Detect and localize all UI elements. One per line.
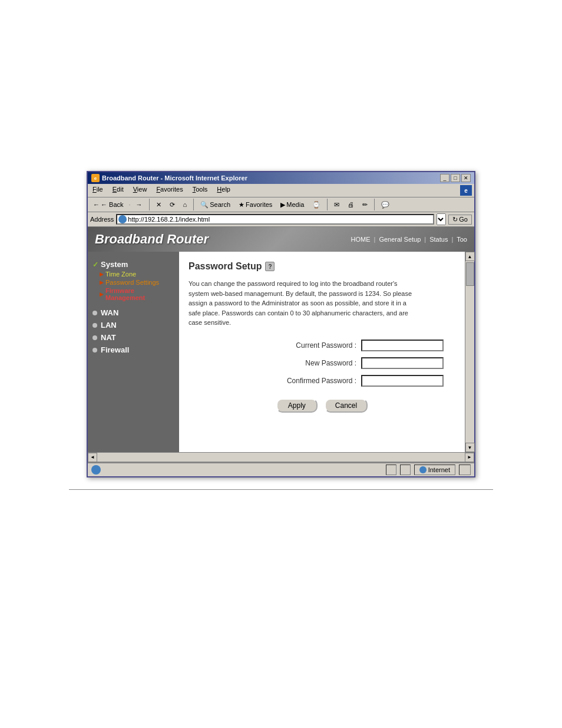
favorites-button[interactable]: ★ Favorites bbox=[236, 199, 275, 210]
sidebar-wan-label: WAN bbox=[101, 308, 118, 317]
current-password-input[interactable] bbox=[361, 340, 444, 351]
status-internet-panel: Internet bbox=[414, 465, 455, 475]
toolbar-sep-1 bbox=[149, 199, 150, 210]
scrollbar[interactable]: ▲ ▼ bbox=[465, 252, 474, 452]
menu-file[interactable]: File bbox=[90, 185, 105, 196]
password-form: Current Password : New Password : Confir… bbox=[189, 340, 455, 387]
system-checkmark-icon: ✓ bbox=[92, 261, 98, 269]
nav-home[interactable]: HOME bbox=[351, 236, 371, 243]
router-page: Broadband Router HOME | General Setup | … bbox=[88, 227, 474, 463]
button-row: Apply Cancel bbox=[189, 398, 455, 413]
new-password-label: New Password : bbox=[280, 359, 356, 367]
status-panel-3 bbox=[459, 465, 471, 475]
go-button[interactable]: ↻ Go bbox=[448, 215, 472, 225]
favorites-icon: ★ bbox=[239, 201, 244, 209]
minimize-button[interactable]: _ bbox=[440, 174, 449, 182]
timezone-arrow-icon: ▶ bbox=[100, 271, 104, 277]
menu-edit[interactable]: Edit bbox=[110, 185, 126, 196]
history-button[interactable]: ⌚ bbox=[309, 199, 323, 210]
discuss-button[interactable]: 💬 bbox=[378, 199, 392, 210]
toolbar-sep-3 bbox=[327, 199, 328, 210]
sidebar-item-system[interactable]: ✓ System bbox=[92, 259, 174, 270]
internet-globe-icon bbox=[419, 466, 427, 473]
current-password-label: Current Password : bbox=[280, 341, 356, 350]
stop-button[interactable]: ✕ bbox=[153, 199, 164, 210]
status-panel-2 bbox=[400, 465, 411, 475]
media-label: Media bbox=[286, 201, 304, 208]
description-text: You can change the password required to … bbox=[189, 279, 412, 328]
nat-bullet-icon bbox=[92, 335, 97, 340]
mail-button[interactable]: ✉ bbox=[331, 199, 342, 210]
print-button[interactable]: 🖨 bbox=[345, 199, 357, 210]
scroll-horizontal-track bbox=[97, 453, 465, 462]
title-bar-buttons: _ □ ✕ bbox=[440, 174, 471, 182]
nav-status[interactable]: Status bbox=[429, 236, 448, 243]
menu-favorites[interactable]: Favorites bbox=[154, 185, 185, 196]
nav-tools[interactable]: Too bbox=[457, 236, 467, 243]
password-arrow-icon: ▶ bbox=[100, 279, 104, 285]
scroll-right-arrow[interactable]: ► bbox=[465, 453, 474, 462]
scroll-down-arrow[interactable]: ▼ bbox=[465, 443, 475, 452]
sidebar-firewall-label: Firewall bbox=[101, 345, 129, 354]
media-icon: ▶ bbox=[280, 201, 285, 209]
sidebar-item-password[interactable]: ▶ Password Settings bbox=[92, 278, 174, 286]
go-label: Go bbox=[459, 216, 468, 223]
search-icon: 🔍 bbox=[200, 201, 209, 209]
forward-button[interactable]: → bbox=[133, 199, 146, 210]
confirmed-password-input[interactable] bbox=[361, 375, 444, 387]
scroll-up-arrow[interactable]: ▲ bbox=[465, 252, 475, 261]
menu-tools[interactable]: Tools bbox=[190, 185, 210, 196]
status-left bbox=[91, 465, 101, 475]
address-label: Address bbox=[90, 216, 114, 223]
router-brand: Broadband Router bbox=[95, 232, 209, 247]
cancel-button[interactable]: Cancel bbox=[325, 398, 368, 413]
help-icon[interactable]: ? bbox=[265, 262, 275, 271]
sidebar-item-nat[interactable]: NAT bbox=[92, 331, 174, 344]
ie-toolbar-icon: e bbox=[460, 185, 472, 196]
media-button[interactable]: ▶ Media bbox=[277, 199, 307, 210]
home-button[interactable]: ⌂ bbox=[180, 199, 190, 210]
back-label: ← Back bbox=[101, 201, 124, 208]
internet-label: Internet bbox=[428, 466, 450, 473]
sidebar-timezone-label: Time Zone bbox=[105, 271, 136, 278]
sidebar-system-label: System bbox=[101, 260, 128, 269]
router-nav: HOME | General Setup | Status | Too bbox=[351, 236, 467, 243]
search-button[interactable]: 🔍 Search bbox=[197, 199, 233, 210]
address-dropdown[interactable] bbox=[437, 213, 446, 225]
window-title: Broadband Router - Microsoft Internet Ex… bbox=[102, 174, 247, 182]
scroll-left-arrow[interactable]: ◄ bbox=[88, 453, 97, 462]
sidebar-item-wan[interactable]: WAN bbox=[92, 307, 174, 319]
toolbar-sep-2 bbox=[193, 199, 194, 210]
page-title-text: Password Setup bbox=[189, 261, 262, 272]
edit-button[interactable]: ✏ bbox=[359, 199, 371, 210]
current-password-row: Current Password : bbox=[189, 340, 455, 351]
menu-help[interactable]: Help bbox=[214, 185, 233, 196]
toolbar-separator-1: · bbox=[129, 201, 131, 208]
scroll-thumb[interactable] bbox=[466, 262, 474, 286]
sidebar-item-firewall[interactable]: Firewall bbox=[92, 344, 174, 356]
favorites-label: Favorites bbox=[246, 201, 272, 208]
nav-general-setup[interactable]: General Setup bbox=[379, 236, 421, 243]
nav-sep-1: | bbox=[374, 236, 376, 243]
sidebar-firmware-label: Firmware Management bbox=[105, 287, 174, 301]
status-right: Internet bbox=[386, 465, 471, 475]
browser-window: e Broadband Router - Microsoft Internet … bbox=[87, 171, 475, 477]
toolbar: ← ← Back · → ✕ ⟳ ⌂ 🔍 Search ★ Favorites … bbox=[88, 197, 474, 212]
sidebar-item-firmware[interactable]: ▶ Firmware Management bbox=[92, 286, 174, 302]
nav-sep-3: | bbox=[451, 236, 453, 243]
address-field[interactable] bbox=[128, 216, 432, 223]
new-password-row: New Password : bbox=[189, 357, 455, 369]
new-password-input[interactable] bbox=[361, 357, 444, 369]
back-button[interactable]: ← ← Back bbox=[90, 199, 127, 210]
menu-view[interactable]: View bbox=[131, 185, 150, 196]
maximize-button[interactable]: □ bbox=[451, 174, 460, 182]
sidebar-item-timezone[interactable]: ▶ Time Zone bbox=[92, 270, 174, 278]
sidebar-nat-label: NAT bbox=[101, 333, 116, 342]
sidebar-system-section: ✓ System ▶ Time Zone ▶ Password Settings… bbox=[92, 259, 174, 302]
router-header: Broadband Router HOME | General Setup | … bbox=[88, 227, 474, 252]
refresh-button[interactable]: ⟳ bbox=[167, 199, 178, 210]
close-button[interactable]: ✕ bbox=[461, 174, 471, 182]
sidebar-item-lan[interactable]: LAN bbox=[92, 319, 174, 331]
apply-button[interactable]: Apply bbox=[276, 398, 318, 413]
ie-logo-icon: e bbox=[91, 174, 100, 182]
